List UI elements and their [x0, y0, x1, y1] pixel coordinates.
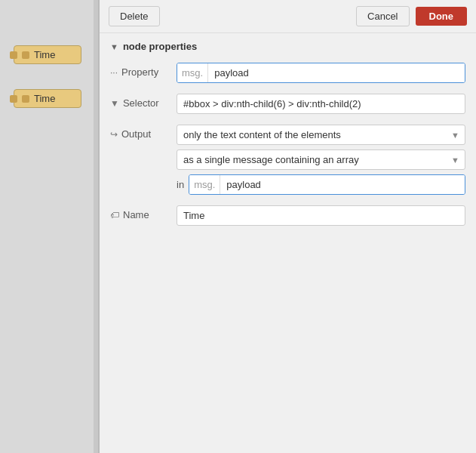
output-label: ↪ Output	[110, 125, 170, 140]
section-title: node properties	[123, 41, 197, 52]
chevron-icon: ▼	[110, 42, 118, 51]
done-button[interactable]: Done	[416, 7, 468, 26]
output-format-select[interactable]: as a single message containing an array …	[177, 149, 465, 170]
property-control: msg.	[177, 63, 465, 83]
output-in-input[interactable]	[220, 175, 465, 194]
property-label-text: Property	[121, 66, 158, 78]
node-dot-2	[22, 95, 29, 103]
properties-panel: Delete Cancel Done ▼ node properties ···…	[100, 0, 476, 453]
selector-control	[177, 94, 465, 114]
property-input-wrapper: msg.	[177, 63, 465, 83]
node-time-1[interactable]: Time	[14, 45, 81, 64]
output-row: ↪ Output only the text content of the el…	[110, 125, 465, 195]
output-type-wrapper: only the text content of the elements th…	[177, 125, 465, 145]
selector-label-text: Selector	[123, 97, 159, 109]
name-input[interactable]	[177, 205, 465, 226]
node-connector	[10, 51, 17, 59]
selector-icon: ▼	[110, 98, 119, 109]
property-input[interactable]	[208, 63, 465, 82]
property-label: ··· Property	[110, 63, 170, 78]
name-control	[177, 205, 465, 226]
property-row: ··· Property msg.	[110, 63, 465, 83]
node-dot	[22, 51, 29, 59]
node-label-1: Time	[34, 49, 55, 60]
output-in-label: in	[177, 179, 184, 190]
canvas-area: Time Time	[0, 0, 98, 453]
name-label: 🏷 Name	[110, 205, 170, 220]
name-label-text: Name	[123, 209, 149, 220]
node-time-2[interactable]: Time	[14, 89, 81, 108]
name-icon: 🏷	[110, 210, 119, 220]
output-in-prefix: msg.	[189, 175, 220, 194]
form-area: ··· Property msg. ▼ Selector ↪	[100, 60, 476, 453]
output-in-wrapper: in msg.	[177, 174, 465, 195]
output-label-text: Output	[121, 128, 151, 140]
selector-input[interactable]	[177, 94, 465, 114]
output-in-input-wrapper: msg.	[189, 174, 465, 195]
delete-button[interactable]: Delete	[109, 6, 160, 26]
node-label-2: Time	[34, 93, 55, 104]
output-icon: ↪	[110, 129, 118, 140]
name-row: 🏷 Name	[110, 205, 465, 226]
output-control: only the text content of the elements th…	[177, 125, 465, 195]
output-format-wrapper: as a single message containing an array …	[177, 149, 465, 170]
output-type-select[interactable]: only the text content of the elements th…	[177, 125, 465, 145]
node-connector-2	[10, 95, 17, 103]
section-header[interactable]: ▼ node properties	[100, 33, 476, 60]
cancel-button[interactable]: Cancel	[356, 6, 409, 26]
canvas-scrollbar	[94, 0, 98, 453]
toolbar: Delete Cancel Done	[100, 0, 476, 33]
selector-label: ▼ Selector	[110, 94, 170, 109]
selector-row: ▼ Selector	[110, 94, 465, 114]
property-icon: ···	[110, 67, 118, 78]
property-prefix: msg.	[177, 63, 208, 82]
